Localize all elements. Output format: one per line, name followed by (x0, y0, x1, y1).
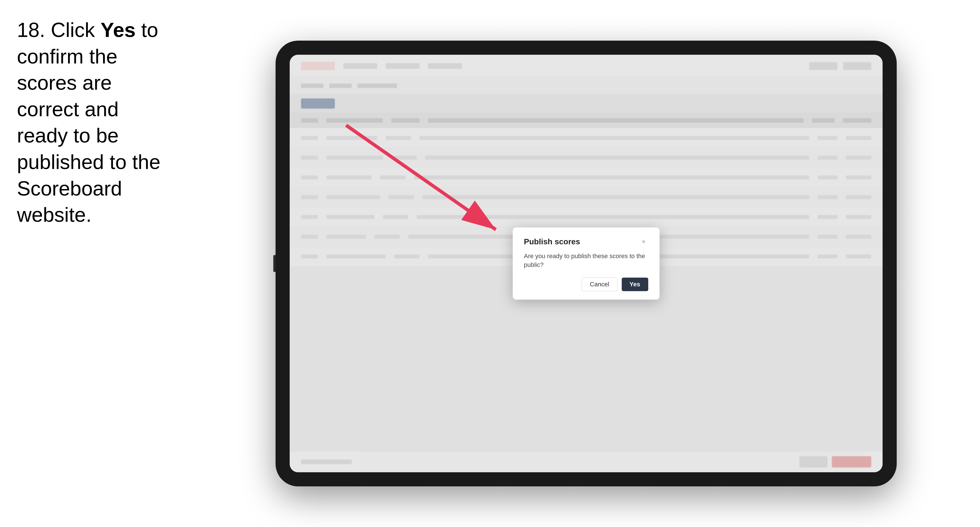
tablet-device: Publish scores × Are you ready to publis… (275, 41, 897, 486)
dialog-footer: Cancel Yes (524, 278, 648, 291)
text-before-bold: Click (45, 19, 100, 41)
text-after: to confirm the scores are correct and re… (17, 19, 161, 226)
dialog-message: Are you ready to publish these scores to… (524, 252, 648, 270)
cancel-button[interactable]: Cancel (582, 278, 617, 291)
page-layout: 18. Click Yes to confirm the scores are … (0, 0, 980, 527)
dialog-header: Publish scores × (524, 237, 648, 246)
tablet-side-button (273, 255, 275, 272)
tablet-screen: Publish scores × Are you ready to publis… (290, 55, 883, 472)
dialog-close-button[interactable]: × (639, 237, 648, 246)
instruction-text: 18. Click Yes to confirm the scores are … (17, 17, 175, 228)
tablet-wrapper: Publish scores × Are you ready to publis… (192, 0, 980, 527)
yes-button[interactable]: Yes (622, 278, 648, 291)
dialog-overlay: Publish scores × Are you ready to publis… (290, 55, 883, 472)
step-number: 18. (17, 19, 45, 41)
publish-scores-dialog: Publish scores × Are you ready to publis… (513, 227, 660, 300)
bold-yes: Yes (100, 19, 135, 41)
dialog-title: Publish scores (524, 237, 580, 246)
instruction-panel: 18. Click Yes to confirm the scores are … (0, 0, 192, 251)
